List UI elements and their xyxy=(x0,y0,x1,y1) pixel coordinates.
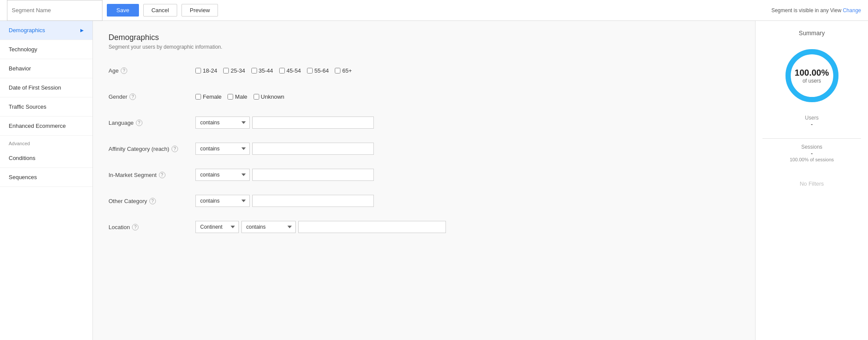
age-65plus-checkbox[interactable] xyxy=(335,68,340,73)
save-button[interactable]: Save xyxy=(107,4,139,17)
location-help-icon[interactable]: ? xyxy=(132,224,139,230)
sidebar-item-label: Sequences xyxy=(9,174,37,180)
in-market-operator-select[interactable]: contains does not contain starts with en… xyxy=(195,169,250,181)
main-layout: Demographics Technology Behavior Date of… xyxy=(0,21,868,340)
gender-help-icon[interactable]: ? xyxy=(129,93,136,100)
gender-label: Gender ? xyxy=(109,93,195,100)
in-market-help-icon[interactable]: ? xyxy=(159,172,165,178)
sidebar-item-label: Date of First Session xyxy=(9,84,61,91)
sidebar-item-behavior[interactable]: Behavior xyxy=(0,59,92,78)
age-65plus-item[interactable]: 65+ xyxy=(335,67,352,74)
age-35-44-item[interactable]: 35-44 xyxy=(251,67,273,74)
segment-name-input[interactable] xyxy=(7,0,102,21)
age-65plus-label: 65+ xyxy=(342,67,352,74)
in-market-value-input[interactable] xyxy=(252,169,374,181)
visibility-text: Segment is visible in any View xyxy=(771,7,841,13)
location-type-select[interactable]: Continent Country Region City xyxy=(195,221,239,233)
gender-unknown-label: Unknown xyxy=(261,93,284,100)
gender-male-item[interactable]: Male xyxy=(228,93,247,100)
affinity-operator-select[interactable]: contains does not contain starts with en… xyxy=(195,143,250,155)
age-18-24-label: 18-24 xyxy=(203,67,217,74)
affinity-value-input[interactable] xyxy=(252,143,374,155)
other-category-field-group: contains does not contain starts with en… xyxy=(195,195,374,207)
other-category-row: Other Category ? contains does not conta… xyxy=(109,193,739,209)
summary-title: Summary xyxy=(799,30,825,37)
gender-unknown-checkbox[interactable] xyxy=(254,94,259,100)
sessions-label: Sessions xyxy=(790,144,834,150)
age-18-24-checkbox[interactable] xyxy=(195,68,201,73)
sidebar-item-date-of-first-session[interactable]: Date of First Session xyxy=(0,78,92,97)
sessions-stat: Sessions - 100.00% of sessions xyxy=(790,144,834,162)
language-help-icon[interactable]: ? xyxy=(136,120,142,126)
age-35-44-checkbox[interactable] xyxy=(251,68,257,73)
page-title: Demographics xyxy=(109,33,739,42)
gender-row: Gender ? Female Male Unknown xyxy=(109,88,739,105)
location-field-group: Continent Country Region City contains d… xyxy=(195,221,446,233)
donut-chart: 100.00% of users xyxy=(782,45,842,106)
gender-male-checkbox[interactable] xyxy=(228,94,233,100)
sidebar-item-technology[interactable]: Technology xyxy=(0,40,92,59)
affinity-field-group: contains does not contain starts with en… xyxy=(195,143,374,155)
advanced-section-label: Advanced xyxy=(0,136,92,149)
language-label: Language ? xyxy=(109,120,195,126)
age-25-34-item[interactable]: 25-34 xyxy=(223,67,245,74)
other-category-help-icon[interactable]: ? xyxy=(149,198,156,204)
other-category-label: Other Category ? xyxy=(109,198,195,204)
location-operator-select[interactable]: contains does not contain starts with en… xyxy=(241,221,296,233)
sidebar-item-label: Enhanced Ecommerce xyxy=(9,123,66,129)
age-row: Age ? 18-24 25-34 35-44 45-54 xyxy=(109,62,739,79)
location-value-input[interactable] xyxy=(298,221,446,233)
gender-checkbox-group: Female Male Unknown xyxy=(195,93,284,100)
other-category-operator-select[interactable]: contains does not contain starts with en… xyxy=(195,195,250,207)
in-market-segment-row: In-Market Segment ? contains does not co… xyxy=(109,167,739,183)
affinity-category-label: Affinity Category (reach) ? xyxy=(109,146,195,152)
gender-male-label: Male xyxy=(235,93,247,100)
language-value-input[interactable] xyxy=(252,117,374,129)
sidebar-item-label: Conditions xyxy=(9,155,35,161)
sidebar-item-enhanced-ecommerce[interactable]: Enhanced Ecommerce xyxy=(0,117,92,136)
language-operator-select[interactable]: contains does not contain starts with en… xyxy=(195,117,250,129)
age-55-64-checkbox[interactable] xyxy=(307,68,313,73)
age-35-44-label: 35-44 xyxy=(259,67,273,74)
summary-panel: Summary 100.00% of users Users - Session… xyxy=(755,21,868,340)
gender-female-label: Female xyxy=(203,93,221,100)
age-help-icon[interactable]: ? xyxy=(121,67,127,74)
cancel-button[interactable]: Cancel xyxy=(143,4,177,17)
affinity-category-row: Affinity Category (reach) ? contains doe… xyxy=(109,140,739,157)
users-value: - xyxy=(805,121,818,128)
sidebar-item-label: Technology xyxy=(9,46,37,53)
sidebar-item-sequences[interactable]: Sequences xyxy=(0,168,92,187)
visibility-info: Segment is visible in any View Change xyxy=(771,7,861,13)
other-category-value-input[interactable] xyxy=(252,195,374,207)
age-checkbox-group: 18-24 25-34 35-44 45-54 55-64 xyxy=(195,67,352,74)
sidebar-item-label: Traffic Sources xyxy=(9,103,46,110)
gender-unknown-item[interactable]: Unknown xyxy=(254,93,284,100)
gender-female-checkbox[interactable] xyxy=(195,94,201,100)
language-row: Language ? contains does not contain sta… xyxy=(109,114,739,131)
sidebar-item-label: Behavior xyxy=(9,65,31,72)
sidebar-item-conditions[interactable]: Conditions xyxy=(0,149,92,168)
sidebar-item-traffic-sources[interactable]: Traffic Sources xyxy=(0,97,92,117)
age-45-54-label: 45-54 xyxy=(287,67,301,74)
age-55-64-label: 55-64 xyxy=(314,67,329,74)
sidebar-item-demographics[interactable]: Demographics xyxy=(0,21,92,40)
in-market-segment-label: In-Market Segment ? xyxy=(109,172,195,178)
summary-divider xyxy=(762,138,861,139)
gender-female-item[interactable]: Female xyxy=(195,93,221,100)
affinity-help-icon[interactable]: ? xyxy=(172,146,178,152)
age-25-34-checkbox[interactable] xyxy=(223,68,229,73)
age-18-24-item[interactable]: 18-24 xyxy=(195,67,217,74)
topbar: Save Cancel Preview Segment is visible i… xyxy=(0,0,868,21)
users-stat: Users - xyxy=(805,115,818,128)
donut-percent: 100.00% xyxy=(795,68,829,78)
location-row: Location ? Continent Country Region City… xyxy=(109,219,739,235)
sessions-value: - xyxy=(790,150,834,157)
change-link[interactable]: Change xyxy=(843,7,861,13)
preview-button[interactable]: Preview xyxy=(182,4,218,17)
sessions-percent: 100.00% of sessions xyxy=(790,157,834,162)
age-25-34-label: 25-34 xyxy=(231,67,245,74)
location-label: Location ? xyxy=(109,224,195,230)
age-45-54-checkbox[interactable] xyxy=(279,68,285,73)
age-55-64-item[interactable]: 55-64 xyxy=(307,67,329,74)
age-45-54-item[interactable]: 45-54 xyxy=(279,67,301,74)
